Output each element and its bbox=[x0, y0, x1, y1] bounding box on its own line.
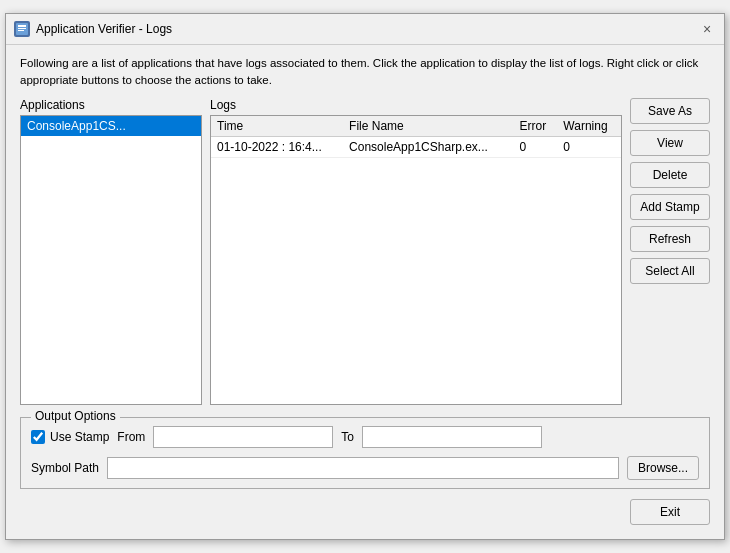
applications-list[interactable]: ConsoleApp1CS... bbox=[20, 115, 202, 405]
use-stamp-text: Use Stamp bbox=[50, 430, 109, 444]
main-window: Application Verifier - Logs × Following … bbox=[5, 13, 725, 539]
select-all-button[interactable]: Select All bbox=[630, 258, 710, 284]
svg-rect-1 bbox=[18, 25, 26, 27]
svg-rect-2 bbox=[18, 28, 26, 29]
to-input[interactable] bbox=[362, 426, 542, 448]
cell-error: 0 bbox=[514, 136, 558, 157]
main-panels: Applications ConsoleApp1CS... Logs Time … bbox=[20, 98, 710, 405]
to-label: To bbox=[341, 430, 354, 444]
buttons-panel: Save As View Delete Add Stamp Refresh Se… bbox=[630, 98, 710, 284]
col-time: Time bbox=[211, 116, 343, 137]
add-stamp-button[interactable]: Add Stamp bbox=[630, 194, 710, 220]
save-as-button[interactable]: Save As bbox=[630, 98, 710, 124]
applications-label: Applications bbox=[20, 98, 202, 112]
table-header-row: Time File Name Error Warning bbox=[211, 116, 621, 137]
bottom-row: Exit bbox=[20, 499, 710, 525]
output-options-section: Output Options Use Stamp From To Symbol … bbox=[20, 417, 710, 489]
from-input[interactable] bbox=[153, 426, 333, 448]
browse-button[interactable]: Browse... bbox=[627, 456, 699, 480]
refresh-button[interactable]: Refresh bbox=[630, 226, 710, 252]
from-label: From bbox=[117, 430, 145, 444]
output-options-legend: Output Options bbox=[31, 409, 120, 423]
col-filename: File Name bbox=[343, 116, 514, 137]
symbol-path-row: Symbol Path Browse... bbox=[31, 456, 699, 480]
title-bar: Application Verifier - Logs × bbox=[6, 14, 724, 45]
col-error: Error bbox=[514, 116, 558, 137]
logs-label: Logs bbox=[210, 98, 622, 112]
applications-panel: Applications ConsoleApp1CS... bbox=[20, 98, 202, 405]
use-stamp-checkbox[interactable] bbox=[31, 430, 45, 444]
close-button[interactable]: × bbox=[698, 20, 716, 38]
app-icon bbox=[14, 21, 30, 37]
cell-time: 01-10-2022 : 16:4... bbox=[211, 136, 343, 157]
cell-warning: 0 bbox=[557, 136, 621, 157]
window-title: Application Verifier - Logs bbox=[36, 22, 692, 36]
use-stamp-row: Use Stamp From To bbox=[31, 426, 699, 448]
use-stamp-label[interactable]: Use Stamp bbox=[31, 430, 109, 444]
logs-panel: Logs Time File Name Error Warning bbox=[210, 98, 622, 405]
window-body: Following are a list of applications tha… bbox=[6, 45, 724, 538]
exit-button[interactable]: Exit bbox=[630, 499, 710, 525]
delete-button[interactable]: Delete bbox=[630, 162, 710, 188]
view-button[interactable]: View bbox=[630, 130, 710, 156]
col-warning: Warning bbox=[557, 116, 621, 137]
symbol-path-label: Symbol Path bbox=[31, 461, 99, 475]
symbol-path-input[interactable] bbox=[107, 457, 619, 479]
table-row[interactable]: 01-10-2022 : 16:4... ConsoleApp1CSharp.e… bbox=[211, 136, 621, 157]
cell-filename: ConsoleApp1CSharp.ex... bbox=[343, 136, 514, 157]
logs-table-container[interactable]: Time File Name Error Warning 01-10-2022 … bbox=[210, 115, 622, 405]
description-text: Following are a list of applications tha… bbox=[20, 55, 710, 87]
logs-table: Time File Name Error Warning 01-10-2022 … bbox=[211, 116, 621, 158]
list-item[interactable]: ConsoleApp1CS... bbox=[21, 116, 201, 136]
svg-rect-3 bbox=[18, 30, 24, 31]
